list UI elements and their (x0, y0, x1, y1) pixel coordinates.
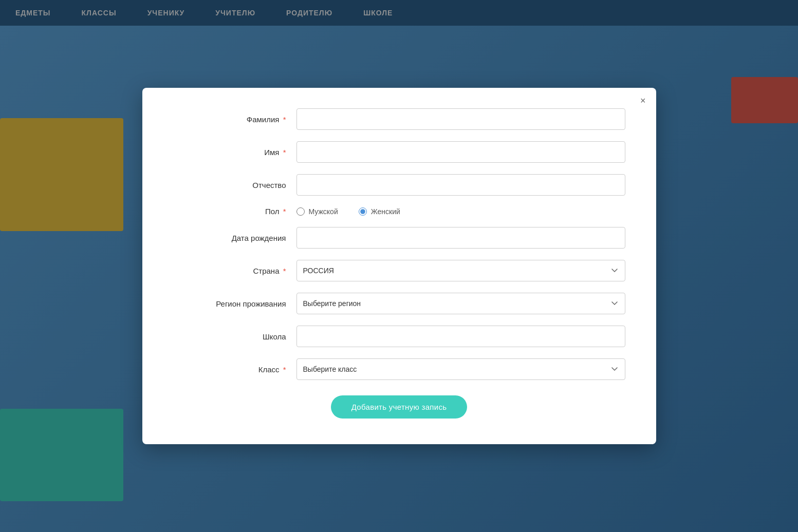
middle-name-input[interactable] (296, 174, 625, 196)
grade-row: Класс * Выберите класс (173, 358, 625, 380)
close-button[interactable]: × (640, 96, 646, 105)
last-name-row: Фамилия * (173, 108, 625, 130)
first-name-row: Имя * (173, 141, 625, 163)
first-name-required: * (281, 148, 286, 157)
grade-select[interactable]: Выберите класс (296, 358, 625, 380)
country-select[interactable]: РОССИЯ (296, 260, 625, 281)
submit-row: Добавить учетную запись (173, 395, 625, 419)
middle-name-label: Отчество (173, 181, 296, 189)
school-input[interactable] (296, 326, 625, 347)
modal-dialog: × Фамилия * Имя * Отчество Пол * Мужской (142, 88, 656, 444)
school-row: Школа (173, 326, 625, 347)
gender-male-radio[interactable] (296, 207, 305, 216)
school-label: Школа (173, 332, 296, 341)
gender-row: Пол * Мужской Женский (173, 207, 625, 216)
submit-button[interactable]: Добавить учетную запись (331, 395, 468, 419)
last-name-input[interactable] (296, 108, 625, 130)
region-label: Регион проживания (173, 299, 296, 308)
grade-label: Класс * (173, 365, 296, 374)
birth-date-row: Дата рождения (173, 227, 625, 249)
country-label: Страна * (173, 267, 296, 275)
grade-required: * (281, 365, 286, 374)
gender-label: Пол * (173, 207, 296, 216)
region-select[interactable]: Выберите регион (296, 293, 625, 314)
last-name-label: Фамилия * (173, 115, 296, 124)
last-name-required: * (281, 115, 286, 124)
gender-radio-group: Мужской Женский (296, 207, 625, 216)
country-row: Страна * РОССИЯ (173, 260, 625, 281)
first-name-label: Имя * (173, 148, 296, 157)
country-required: * (281, 267, 286, 275)
birth-date-label: Дата рождения (173, 234, 296, 242)
gender-female-option[interactable]: Женский (359, 207, 400, 216)
gender-male-option[interactable]: Мужской (296, 207, 338, 216)
gender-required: * (281, 207, 286, 216)
birth-date-input[interactable] (296, 227, 625, 249)
middle-name-row: Отчество (173, 174, 625, 196)
gender-male-label: Мужской (309, 207, 338, 216)
region-row: Регион проживания Выберите регион (173, 293, 625, 314)
first-name-input[interactable] (296, 141, 625, 163)
gender-female-label: Женский (371, 207, 400, 216)
gender-female-radio[interactable] (359, 207, 367, 216)
